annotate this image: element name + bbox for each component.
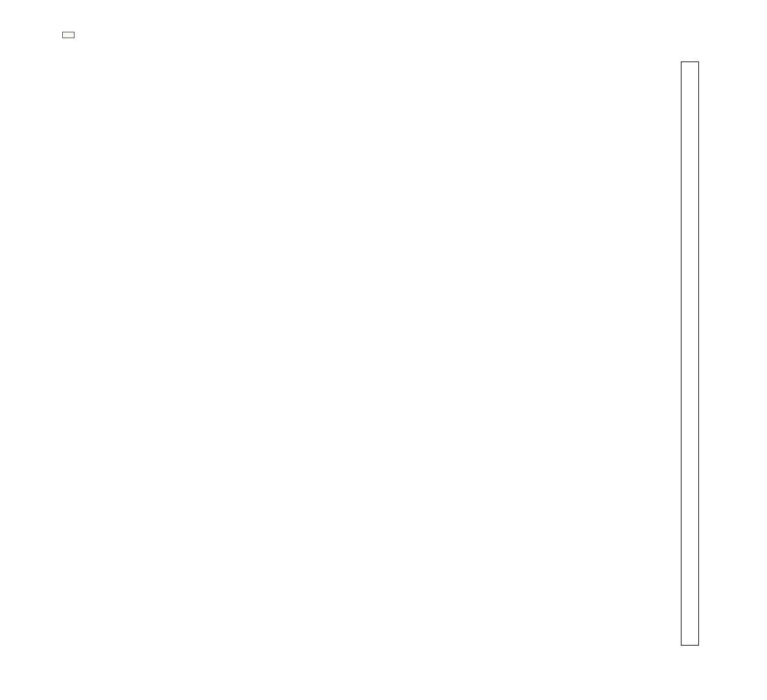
product-info-box [62,32,74,38]
radar-echo-canvas [57,28,643,676]
radar-map-screenshot [0,0,767,700]
colorbar [681,62,699,646]
